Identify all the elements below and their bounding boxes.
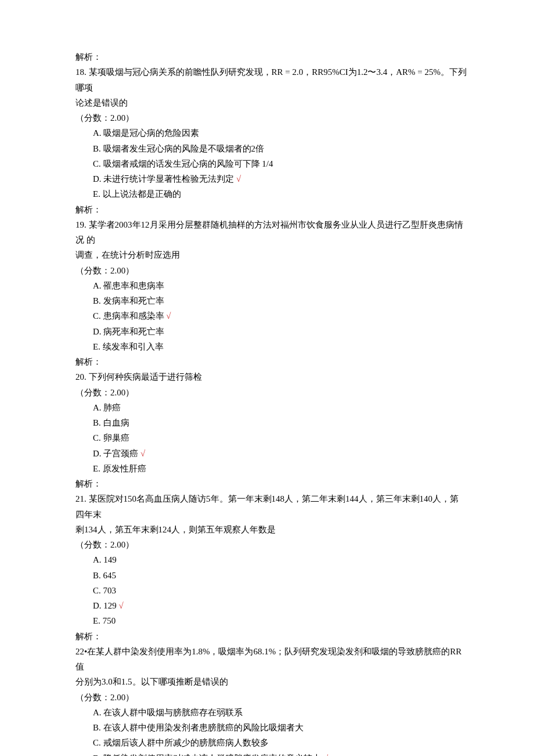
option-text: 白血病 bbox=[103, 418, 129, 427]
option-letter: C. bbox=[93, 586, 103, 595]
question-stem: 论述是错误的 bbox=[75, 95, 467, 110]
option-text: 在该人群中吸烟与膀胱癌存在弱联系 bbox=[103, 708, 243, 717]
answer-option: D. 129 √ bbox=[75, 598, 467, 613]
option-letter: E. bbox=[93, 342, 103, 351]
option-letter: B. bbox=[93, 296, 103, 305]
analysis-label: 解析： bbox=[75, 476, 467, 491]
option-letter: E. bbox=[93, 189, 103, 199]
answer-option: A. 在该人群中吸烟与膀胱癌存在弱联系 bbox=[75, 705, 467, 720]
option-letter: A. bbox=[93, 281, 103, 290]
correct-mark-icon: √ bbox=[321, 754, 328, 757]
option-text: 149 bbox=[103, 555, 117, 564]
option-text: 750 bbox=[103, 616, 116, 625]
answer-option: E. 以上说法都是正确的 bbox=[75, 186, 467, 201]
score-label: （分数：2.00） bbox=[75, 110, 467, 125]
answer-option: A. 149 bbox=[75, 552, 467, 567]
option-text: 发病率和死亡率 bbox=[103, 296, 164, 305]
option-text: 703 bbox=[103, 586, 117, 595]
question-stem: 20. 下列何种疾病最适于进行筛检 bbox=[75, 369, 467, 384]
answer-option: E. 750 bbox=[75, 613, 467, 628]
analysis-label: 解析： bbox=[75, 354, 467, 369]
answer-option: E. 原发性肝癌 bbox=[75, 461, 467, 476]
option-letter: C. bbox=[93, 311, 103, 321]
answer-option: B. 白血病 bbox=[75, 415, 467, 430]
answer-option: C. 703 bbox=[75, 583, 467, 598]
answer-option: B. 吸烟者发生冠心病的风险是不吸烟者的2倍 bbox=[75, 141, 467, 156]
option-letter: B. bbox=[93, 723, 103, 732]
answer-option: C. 戒烟后该人群中所减少的膀胱癌病人数较多 bbox=[75, 735, 467, 750]
option-letter: D. bbox=[93, 174, 103, 183]
answer-option: C. 吸烟者戒烟的话发生冠心病的风险可下降 1/4 bbox=[75, 156, 467, 171]
question-stem: 分别为3.0和1.5。以下哪项推断是错误的 bbox=[75, 674, 467, 689]
answer-option: A. 罹患率和患病率 bbox=[75, 278, 467, 293]
score-label: （分数：2.00） bbox=[75, 385, 467, 400]
question-stem: 22•在某人群中染发剂使用率为1.8%，吸烟率为68.1%；队列研究发现染发剂和… bbox=[75, 644, 467, 675]
option-text: 肺癌 bbox=[103, 403, 121, 412]
option-text: 吸烟者戒烟的话发生冠心病的风险可下降 1/4 bbox=[103, 159, 273, 168]
analysis-label: 解析： bbox=[75, 49, 467, 64]
option-letter: B. bbox=[93, 144, 103, 153]
analysis-label: 解析： bbox=[75, 202, 467, 217]
score-label: （分数：2.00） bbox=[75, 537, 467, 552]
score-label: （分数：2.00） bbox=[75, 690, 467, 705]
answer-option: D. 未进行统计学显著性检验无法判定 √ bbox=[75, 171, 467, 186]
option-text: 病死率和死亡率 bbox=[103, 327, 164, 336]
option-text: 吸烟是冠心病的危险因素 bbox=[103, 128, 199, 138]
option-text: 在该人群中使用染发剂者患膀胱癌的风险比吸烟者大 bbox=[103, 723, 304, 732]
correct-mark-icon: √ bbox=[234, 174, 241, 183]
option-letter: B. bbox=[93, 571, 103, 580]
option-letter: D. bbox=[93, 754, 103, 757]
option-letter: A. bbox=[93, 555, 103, 564]
option-text: 卵巢癌 bbox=[103, 433, 129, 442]
option-letter: A. bbox=[93, 128, 103, 138]
option-letter: E. bbox=[93, 464, 103, 473]
correct-mark-icon: √ bbox=[117, 601, 124, 610]
question-stem: 剩134人，第五年末剩124人，则第五年观察人年数是 bbox=[75, 522, 467, 537]
option-text: 645 bbox=[103, 571, 117, 580]
answer-option: B. 发病率和死亡率 bbox=[75, 293, 467, 308]
answer-option: D. 子宫颈癌 √ bbox=[75, 446, 467, 461]
score-label: （分数：2.00） bbox=[75, 263, 467, 278]
option-letter: D. bbox=[93, 449, 103, 458]
option-letter: D. bbox=[93, 327, 103, 336]
option-text: 续发率和引入率 bbox=[103, 342, 164, 351]
answer-option: E. 续发率和引入率 bbox=[75, 339, 467, 354]
option-text: 129 bbox=[103, 601, 117, 610]
option-text: 以上说法都是正确的 bbox=[103, 189, 181, 199]
answer-option: A. 吸烟是冠心病的危险因素 bbox=[75, 125, 467, 141]
option-letter: A. bbox=[93, 708, 103, 717]
answer-option: C. 卵巢癌 bbox=[75, 430, 467, 445]
option-letter: E. bbox=[93, 616, 103, 625]
option-text: 戒烟后该人群中所减少的膀胱癌病人数较多 bbox=[103, 738, 269, 747]
option-text: 子宫颈癌 bbox=[103, 449, 138, 458]
correct-mark-icon: √ bbox=[164, 311, 171, 321]
option-letter: C. bbox=[93, 159, 103, 168]
option-letter: B. bbox=[93, 418, 103, 427]
question-stem: 18. 某项吸烟与冠心病关系的前瞻性队列研究发现，RR = 2.0，RR95%C… bbox=[75, 64, 467, 95]
question-stem: 21. 某医院对150名高血压病人随访5年。第一年末剩148人，第二年末剩144… bbox=[75, 491, 467, 522]
option-text: 患病率和感染率 bbox=[103, 311, 164, 321]
option-text: 罹患率和患病率 bbox=[103, 281, 164, 290]
option-letter: A. bbox=[93, 403, 103, 412]
option-text: 原发性肝癌 bbox=[103, 464, 146, 473]
option-text: 吸烟者发生冠心病的风险是不吸烟者的2倍 bbox=[103, 144, 265, 153]
answer-option: D. 病死率和死亡率 bbox=[75, 324, 467, 339]
question-stem: 19. 某学者2003年12月采用分层整群随机抽样的方法对福州市饮食服务业从业人… bbox=[75, 217, 467, 248]
answer-option: D. 降低染发剂使用率对减少该人群膀胱癌发病率的意义较大 √ bbox=[75, 751, 467, 757]
option-letter: D. bbox=[93, 601, 103, 610]
answer-option: C. 患病率和感染率 √ bbox=[75, 308, 467, 323]
analysis-label: 解析： bbox=[75, 629, 467, 644]
answer-option: B. 在该人群中使用染发剂者患膀胱癌的风险比吸烟者大 bbox=[75, 720, 467, 735]
question-stem: 调查，在统计分析时应选用 bbox=[75, 247, 467, 262]
option-letter: C. bbox=[93, 433, 103, 442]
answer-option: A. 肺癌 bbox=[75, 400, 467, 415]
option-text: 降低染发剂使用率对减少该人群膀胱癌发病率的意义较大 bbox=[103, 754, 321, 757]
correct-mark-icon: √ bbox=[138, 449, 145, 458]
option-letter: C. bbox=[93, 738, 103, 747]
answer-option: B. 645 bbox=[75, 568, 467, 583]
option-text: 未进行统计学显著性检验无法判定 bbox=[103, 174, 234, 183]
